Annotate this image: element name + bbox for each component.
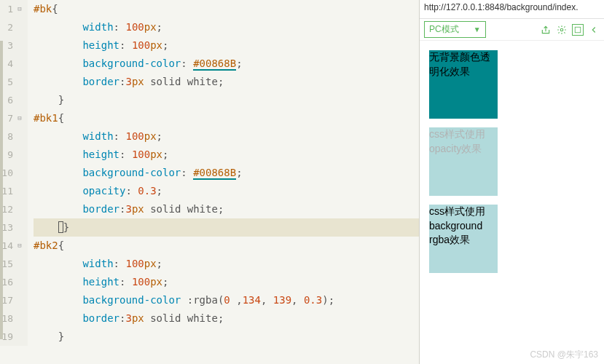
svg-point-0 [560, 28, 563, 31]
external-icon[interactable] [572, 24, 584, 36]
fold-icon[interactable]: ⊟ [16, 242, 23, 250]
code-area[interactable]: #bk{ width: 100px; height: 100px; backgr… [28, 0, 419, 346]
svg-rect-1 [575, 27, 581, 33]
demo-box-1: 无背景颜色透明化效果 [427, 48, 500, 121]
demo-box-3: css样式使用background rgba效果 [427, 202, 500, 275]
line-number: 7⊟ [0, 109, 25, 127]
code-line[interactable]: height: 100px; [34, 146, 419, 164]
fold-icon[interactable]: ⊟ [16, 115, 23, 122]
line-number: 17 [0, 291, 25, 309]
code-line[interactable]: } [34, 91, 419, 109]
line-number: 9 [0, 146, 25, 164]
line-number: 6 [0, 91, 25, 109]
line-number: 19 [0, 328, 25, 346]
code-line[interactable]: background-color: #00868B; [34, 55, 419, 73]
back-icon[interactable] [588, 24, 600, 36]
line-number: 10 [0, 164, 25, 182]
code-editor-pane: 1⊟234567⊟891011121314⊟1516171819 #bk{ wi… [0, 0, 419, 364]
code-line[interactable]: border:3px solid white; [34, 200, 419, 218]
line-number: 18 [0, 309, 25, 328]
line-number: 12 [0, 200, 25, 218]
code-line[interactable]: background-color :rgba(0 ,134, 139, 0.3)… [34, 291, 419, 309]
line-number: 1⊟ [0, 0, 25, 18]
line-number: 14⊟ [0, 237, 25, 255]
mode-select-label: PC模式 [429, 23, 459, 36]
code-line[interactable]: #bk1{ [34, 109, 419, 127]
line-number: 13 [0, 218, 25, 237]
code-line[interactable]: height: 100px; [34, 273, 419, 291]
watermark: CSDN @朱宇163 [530, 349, 598, 361]
scroll-indicator [0, 41, 3, 339]
code-line[interactable]: #bk2{ [34, 237, 419, 255]
address-bar[interactable]: http://127.0.0.1:8848/background/index. [420, 0, 604, 19]
preview-pane: http://127.0.0.1:8848/background/index. … [419, 0, 604, 364]
line-number: 5 [0, 73, 25, 91]
preview-toolbar: PC模式 ▼ [420, 19, 604, 41]
code-line[interactable]: border:3px solid white; [34, 309, 419, 328]
cursor-icon [58, 221, 63, 233]
code-line[interactable]: width: 100px; [34, 18, 419, 36]
line-number: 16 [0, 273, 25, 291]
code-line[interactable]: width: 100px; [34, 255, 419, 273]
line-number: 15 [0, 255, 25, 273]
code-line[interactable]: } [34, 218, 419, 237]
demo-box-2: css样式使用opacity效果 [427, 125, 500, 198]
line-number: 11 [0, 182, 25, 200]
preview-content: 无背景颜色透明化效果 css样式使用opacity效果 css样式使用backg… [420, 41, 604, 364]
code-line[interactable]: } [34, 328, 419, 346]
code-line[interactable]: border:3px solid white; [34, 73, 419, 91]
line-number: 4 [0, 55, 25, 73]
code-line[interactable]: width: 100px; [34, 127, 419, 146]
code-line[interactable]: #bk{ [34, 0, 419, 18]
caret-icon: ▼ [474, 25, 481, 33]
line-number: 8 [0, 127, 25, 146]
fold-icon[interactable]: ⊟ [16, 6, 23, 13]
line-number: 2 [0, 18, 25, 36]
code-line[interactable]: height: 100px; [34, 36, 419, 55]
line-number-gutter: 1⊟234567⊟891011121314⊟1516171819 [0, 0, 28, 346]
code-line[interactable]: opacity: 0.3; [34, 182, 419, 200]
mode-select[interactable]: PC模式 ▼ [424, 21, 486, 38]
share-icon[interactable] [540, 24, 552, 36]
settings-icon[interactable] [556, 24, 568, 36]
line-number: 3 [0, 36, 25, 55]
code-line[interactable]: background-color: #00868B; [34, 164, 419, 182]
